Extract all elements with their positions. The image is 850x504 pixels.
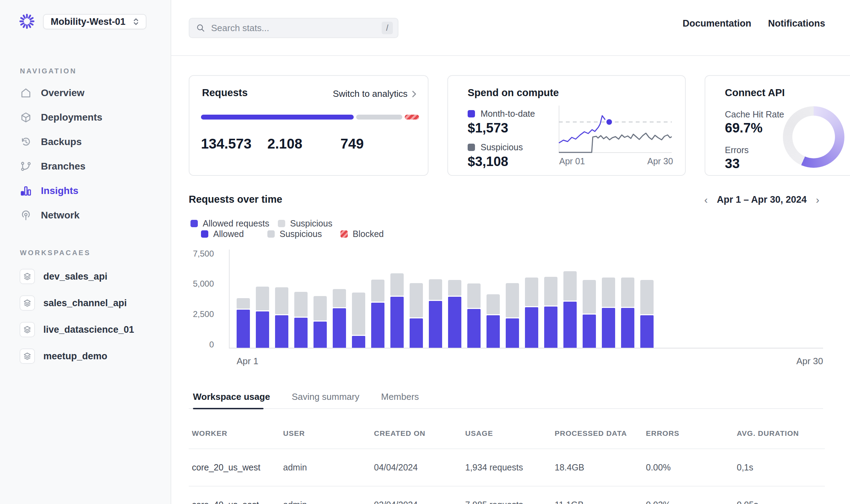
spend-mtd-line (559, 116, 609, 143)
sidebar-item-insights[interactable]: Insights (0, 179, 171, 203)
bars-container (237, 245, 817, 348)
cell-processed-data: 11.1GB (555, 500, 646, 504)
suspicious-legend-label: Suspicious (280, 229, 322, 239)
switch-to-analytics-link[interactable]: Switch to analytics (333, 88, 417, 99)
bar-apr-5 (314, 296, 327, 348)
bar-apr-22 (640, 280, 654, 348)
bar-apr-12 (448, 280, 461, 348)
workspace-item-dev-sales-api[interactable]: dev_sales_api (0, 263, 171, 290)
requests-progress-bar (201, 115, 419, 120)
cell-created-on: 04/04/2024 (374, 462, 465, 473)
chevron-right-icon (411, 89, 417, 99)
progress-suspicious (356, 115, 402, 120)
connect-api-card-title: Connect API (725, 87, 785, 99)
cell-user: admin (283, 500, 374, 504)
bar-apr-7 (352, 293, 365, 348)
broadcast-icon (20, 209, 32, 221)
spend-sparkline-chart (559, 106, 672, 153)
allowed-legend-label: Allowed (213, 229, 244, 239)
workspace-item-live-datascience-01[interactable]: live_datascience_01 (0, 316, 171, 343)
tab-saving-summary[interactable]: Saving summary (292, 389, 360, 408)
allowed-legend-swatch (201, 230, 208, 238)
layers-icon (20, 295, 35, 311)
prev-period-button[interactable]: ‹ (704, 195, 708, 205)
tab-workspace-usage[interactable]: Workspace usage (193, 389, 270, 408)
cell-errors: 0.00% (646, 462, 737, 473)
sidebar-item-label: Deployments (41, 112, 102, 123)
nav-section-title: NAVIGATION (20, 67, 77, 75)
allowed-requests-legend-swatch (190, 220, 198, 227)
sidebar-item-label: Insights (41, 185, 78, 196)
requests-over-time-chart: 7,500 5,000 2,500 0 Apr 1 Apr 30 (189, 245, 823, 365)
date-range-navigator: ‹ Apr 1 – Apr 30, 2024 › (704, 194, 819, 205)
col-header-errors: ERRORS (646, 429, 737, 438)
package-icon (20, 111, 32, 123)
sidebar-item-label: Overview (41, 87, 85, 99)
sidebar-item-overview[interactable]: Overview (0, 81, 171, 105)
tab-members[interactable]: Members (381, 389, 419, 408)
ytick-2500: 2,500 (189, 309, 214, 319)
spend-suspicious-legend-swatch (468, 144, 475, 151)
search-input[interactable] (211, 23, 382, 34)
layers-icon (20, 348, 35, 364)
ytick-5000: 5,000 (189, 279, 214, 289)
ytick-0: 0 (189, 340, 214, 350)
notifications-link[interactable]: Notifications (768, 18, 825, 29)
cache-hit-rate-label: Cache Hit Rate (725, 109, 784, 120)
cell-user: admin (283, 462, 374, 473)
date-range-label: Apr 1 – Apr 30, 2024 (717, 194, 807, 205)
table-row[interactable]: core_20_us_west admin 04/04/2024 1,934 r… (189, 448, 825, 486)
bar-apr-4 (294, 292, 308, 348)
col-header-avg-duration: AVG. DURATION (737, 429, 825, 438)
blocked-count: 749 (340, 136, 364, 152)
errors-value: 33 (725, 156, 740, 171)
allowed-requests-legend-label: Allowed requests (203, 218, 269, 229)
search-box[interactable]: / (189, 18, 398, 38)
x-axis-line (229, 348, 823, 348)
blocked-legend-swatch (340, 230, 348, 238)
cell-avg-duration: 0,1s (737, 462, 825, 473)
workspace-item-sales-channel-api[interactable]: sales_channel_api (0, 290, 171, 316)
blocked-legend-label: Blocked (353, 229, 384, 239)
workspace-usage-table: WORKER USER CREATED ON USAGE PROCESSED D… (189, 418, 825, 504)
next-period-button[interactable]: › (816, 195, 819, 205)
bar-apr-20 (602, 278, 615, 348)
bar-apr-3 (275, 287, 288, 348)
bar-apr-19 (583, 280, 596, 348)
cell-usage: 7,985 requests (465, 500, 555, 504)
bar-apr-10 (410, 283, 423, 348)
sidebar-item-deployments[interactable]: Deployments (0, 105, 171, 130)
mtd-value: $1,573 (468, 121, 508, 136)
bar-apr-8 (371, 280, 384, 348)
cell-worker: core_40_us_east (192, 500, 283, 504)
mtd-legend-label: Month-to-date (481, 109, 535, 119)
workspace-item-meetup-demo[interactable]: meetup_demo (0, 343, 171, 369)
history-icon (20, 136, 32, 148)
switch-to-analytics-label: Switch to analytics (333, 88, 408, 99)
suspicious-requests-legend-swatch (278, 220, 285, 227)
cache-hit-rate-value: 69.7% (725, 121, 763, 136)
sidebar-item-branches[interactable]: Branches (0, 154, 171, 179)
sidebar-item-label: Branches (41, 161, 86, 172)
sidebar-item-network[interactable]: Network (0, 203, 171, 228)
workspace-item-label: sales_channel_api (43, 298, 127, 309)
x-end-label: Apr 30 (796, 356, 823, 367)
requests-card: Requests Switch to analytics 134.573 2.1… (189, 75, 428, 176)
cell-avg-duration: 0,05s (737, 500, 825, 504)
col-header-created-on: CREATED ON (374, 429, 465, 438)
allowed-count: 134.573 (201, 136, 252, 152)
workspace-item-label: dev_sales_api (43, 271, 107, 282)
workspace-selector[interactable]: Mobility-West-01 (43, 14, 146, 29)
sidebar-item-backups[interactable]: Backups (0, 130, 171, 154)
git-branch-icon (20, 160, 32, 172)
cell-usage: 1,934 requests (465, 462, 555, 473)
mtd-endpoint-dot (606, 119, 612, 125)
tab-bar: Workspace usage Saving summary Members (189, 389, 823, 409)
workspaces-section-title: WORKSPACAES (20, 249, 91, 257)
documentation-link[interactable]: Documentation (683, 18, 751, 29)
table-row[interactable]: core_40_us_east admin 03/04/2024 7,985 r… (189, 486, 825, 504)
progress-allowed (201, 115, 354, 120)
search-icon (196, 23, 206, 33)
bar-apr-14 (487, 294, 500, 348)
ytick-7500: 7,500 (189, 249, 214, 259)
